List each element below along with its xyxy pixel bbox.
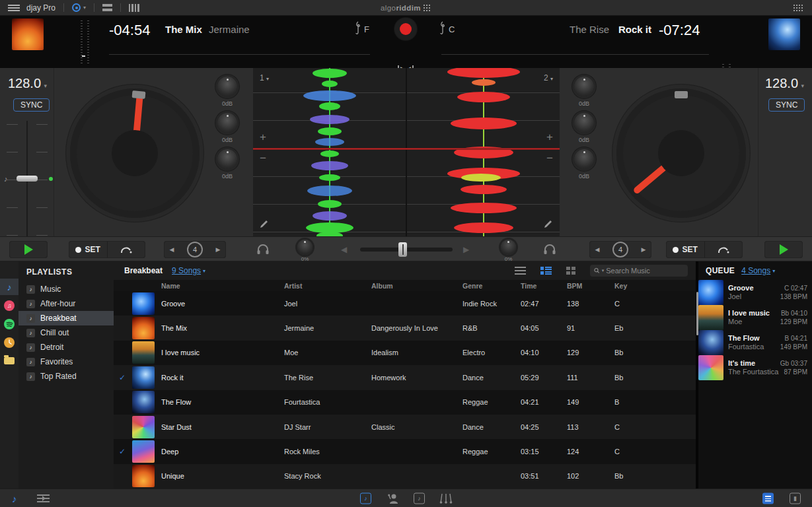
column-name[interactable]: Name <box>161 282 284 290</box>
table-row[interactable]: The Mix Jermaine Dangerously In Love R&B… <box>114 316 696 340</box>
albums-view-icon[interactable]: ♪ <box>414 492 425 504</box>
deck-a-cue-mix-knob[interactable] <box>297 240 313 255</box>
source-music-library[interactable]: ♪ <box>0 279 18 295</box>
loop-halve-button[interactable]: ◀ <box>165 246 179 253</box>
loop-double-button[interactable]: ▶ <box>211 246 225 253</box>
table-row[interactable]: I love music Moe Idealism Electro 04:10 … <box>114 341 696 365</box>
deck-a-sync-button[interactable]: SYNC <box>13 98 50 112</box>
table-row[interactable]: ✓ Deep Rock Miles Reggae 03:15 124 C <box>114 439 696 463</box>
deck-a-pitch-fader[interactable]: ♪ <box>7 121 48 238</box>
deck-b-eq-low-knob[interactable] <box>574 149 594 169</box>
deck-b-cue-jump-button[interactable] <box>704 241 743 258</box>
crossfader[interactable] <box>360 242 453 257</box>
menu-icon[interactable] <box>8 5 20 11</box>
deck-a-cue-jump-button[interactable] <box>107 241 145 258</box>
deck-b-bpm-dropdown[interactable]: 128.0 ▾ <box>765 76 804 91</box>
table-row[interactable]: Unique Stacy Rock 03:51 102 Bb <box>114 464 696 489</box>
fader-handle[interactable] <box>398 242 407 257</box>
playlist-item-top-rated[interactable]: ♪ Top Rated <box>18 369 114 384</box>
songs-count-link[interactable]: 9 Songs <box>172 266 201 275</box>
horizontal-layout-icon[interactable] <box>102 4 112 11</box>
queue-item[interactable]: Groove Joel C 02:47 138 BPM <box>698 280 812 305</box>
deck-a-eq-low-knob[interactable] <box>217 149 237 169</box>
loop-halve-button[interactable]: ◀ <box>590 246 605 253</box>
deck-b-wave-label-dropdown[interactable]: 2 ▾ <box>544 73 553 83</box>
table-row[interactable]: Star Dust DJ Starr Classic Dance 04:25 1… <box>114 415 696 439</box>
autogain-dropdown[interactable]: ▾ <box>72 3 86 12</box>
queue-item[interactable]: It's time The Fourtastica Gb 03:37 87 BP… <box>698 355 812 380</box>
deck-a-jog-wheel[interactable] <box>70 88 200 218</box>
zoom-out-button[interactable]: − <box>260 154 266 163</box>
record-button[interactable] <box>394 18 417 40</box>
deck-a-eq-mid-knob[interactable] <box>217 113 237 133</box>
automix-settings-icon[interactable] <box>37 494 50 503</box>
table-row[interactable]: The Flow Fourtastica Reggae 04:21 149 B <box>114 390 696 415</box>
queue-view-icon-active[interactable] <box>762 492 774 504</box>
view-list-icon-active[interactable] <box>540 267 552 275</box>
view-grid-icon[interactable] <box>566 267 575 275</box>
vertical-layout-icon[interactable] <box>129 4 140 12</box>
zoom-in-button[interactable]: + <box>546 133 553 142</box>
artist-mic-icon[interactable] <box>387 493 398 504</box>
deck-a-headphone-icon[interactable] <box>256 244 270 255</box>
column-time[interactable]: Time <box>521 282 567 290</box>
waveform-view[interactable]: 1 ▾ 2 ▾ + − + − <box>253 68 560 236</box>
column-genre[interactable]: Genre <box>462 282 521 290</box>
view-lines-icon[interactable] <box>515 267 526 275</box>
devices-icon[interactable]: ▮ <box>790 492 801 504</box>
deck-a-eq-high-knob[interactable] <box>217 77 237 96</box>
edit-pencil-icon[interactable] <box>544 219 553 228</box>
playlist-item-detroit[interactable]: ♪ Detroit <box>18 340 114 355</box>
search-input[interactable] <box>606 267 684 275</box>
deck-a-wave-label-dropdown[interactable]: 1 ▾ <box>260 73 269 83</box>
loop-double-button[interactable]: ▶ <box>636 246 651 253</box>
deck-b-play-button[interactable] <box>764 241 803 258</box>
deck-b-sync-button[interactable]: SYNC <box>768 98 805 112</box>
playlist-item-favorites[interactable]: ♪ Favorites <box>18 355 114 369</box>
algoriddim-logo: algoriddim <box>0 0 812 16</box>
deck-a-loop-button[interactable]: 4 <box>187 242 203 257</box>
playlist-item-after-hour[interactable]: ♪ After-hour <box>18 296 114 311</box>
apps-grid-icon[interactable] <box>793 4 803 11</box>
queue-item[interactable]: I love music Moe Bb 04:10 129 BPM <box>698 305 812 330</box>
play-icon <box>24 244 33 255</box>
table-row[interactable]: Groove Joel Indie Rock 02:47 138 C <box>114 291 696 316</box>
song-name: Unique <box>161 472 284 480</box>
column-key[interactable]: Key <box>614 282 696 290</box>
deck-b-loop-button[interactable]: 4 <box>612 242 628 257</box>
source-history[interactable] <box>0 334 18 351</box>
zoom-in-button[interactable]: + <box>260 133 266 142</box>
playlist-item-chill-out[interactable]: ♪ Chill out <box>18 325 114 340</box>
column-bpm[interactable]: BPM <box>567 282 614 290</box>
source-files[interactable] <box>0 353 18 369</box>
deck-b-cue-mix-knob[interactable] <box>501 240 516 255</box>
search-icon <box>594 267 600 274</box>
column-artist[interactable]: Artist <box>284 282 371 290</box>
music-library-tab-icon[interactable]: ♪ <box>12 492 17 504</box>
deck-a-set-cue-button[interactable]: SET <box>69 241 107 258</box>
column-album[interactable]: Album <box>371 282 462 290</box>
instruments-icon[interactable] <box>439 493 453 504</box>
playlist-item-music[interactable]: ♪ Music <box>18 282 114 296</box>
deck-b-jog-wheel[interactable] <box>616 88 746 218</box>
playlist-item-breakbeat[interactable]: ♪ Breakbeat <box>18 311 114 325</box>
deck-a-bpm-dropdown[interactable]: 128.0 ▾ <box>8 76 47 91</box>
edit-pencil-icon[interactable] <box>260 219 269 228</box>
deck-b-eq-mid-knob[interactable] <box>574 113 594 133</box>
play-icon <box>780 244 788 255</box>
deck-b-eq-high-knob[interactable] <box>574 77 594 96</box>
playlist-label: Chill out <box>40 328 69 337</box>
song-time: 04:25 <box>521 423 567 431</box>
deck-b-set-cue-button[interactable]: SET <box>666 241 704 258</box>
zoom-out-button[interactable]: − <box>546 154 553 163</box>
source-itunes[interactable]: ♫ <box>0 297 18 314</box>
search-box[interactable]: ▾ <box>590 265 688 277</box>
source-spotify[interactable] <box>0 316 18 332</box>
table-row[interactable]: ✓ Rock it The Rise Homework Dance 05:29 … <box>114 365 696 389</box>
songs-view-icon-active[interactable]: ♪ <box>360 492 371 504</box>
fader-handle[interactable] <box>17 176 38 182</box>
queue-count-link[interactable]: 4 Songs <box>741 266 770 275</box>
queue-item[interactable]: The Flow Fourtastica B 04:21 149 BPM <box>698 330 812 355</box>
deck-b-headphone-icon[interactable] <box>543 244 556 255</box>
deck-a-play-button[interactable] <box>9 241 48 258</box>
